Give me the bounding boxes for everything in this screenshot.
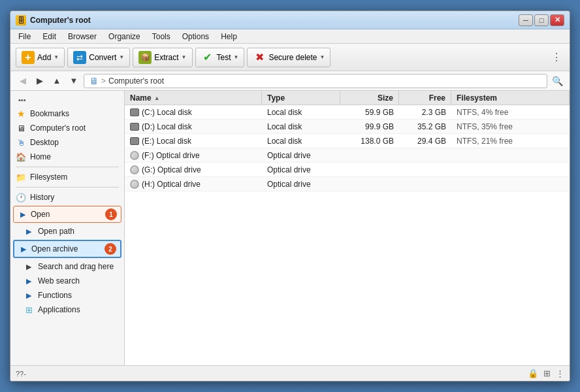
sidebar-item-open-path[interactable]: ▶ Open path <box>10 224 124 238</box>
home-icon: 🏠 <box>16 152 26 162</box>
folder-icon: 📁 <box>16 172 26 182</box>
hdd-icon <box>130 123 139 131</box>
sidebar-item-web-search[interactable]: ▶ Web search <box>10 274 124 288</box>
test-label: Test <box>217 53 231 62</box>
open-archive-badge: 2 <box>105 243 116 255</box>
menu-browser[interactable]: Browser <box>63 31 102 42</box>
address-search-button[interactable]: 🔍 <box>550 74 564 88</box>
table-row[interactable]: (F:) Optical drive Optical drive <box>125 148 570 163</box>
add-chevron: ▼ <box>54 54 59 60</box>
col-fs-header[interactable]: Filesystem <box>451 91 570 105</box>
sidebar-web-search-label: Web search <box>38 276 80 286</box>
menu-tools[interactable]: Tools <box>147 31 176 42</box>
open-path-arrow-icon: ▶ <box>24 226 34 237</box>
convert-button[interactable]: ⇄ Convert ▼ <box>67 48 130 67</box>
file-list: (C:) Local disk Local disk 59.9 GB 2.3 G… <box>125 105 570 365</box>
cd-icon <box>130 151 139 160</box>
cell-name: (D:) Local disk <box>125 122 262 131</box>
delete-label: Secure delete <box>268 53 317 62</box>
sidebar-item-functions[interactable]: ▶ Functions <box>10 288 124 302</box>
menu-options[interactable]: Options <box>177 31 214 42</box>
main-window: 🗄 Computer's root ─ □ ✕ File Edit Browse… <box>10 10 570 382</box>
applications-icon: ⊞ <box>24 304 34 315</box>
address-bar: ◀ ▶ ▲ ▼ 🖥 > Computer's root 🔍 <box>10 71 570 91</box>
table-row[interactable]: (E:) Local disk Local disk 138.0 GB 29.4… <box>125 134 570 148</box>
functions-icon: ▶ <box>24 290 34 301</box>
sidebar-item-open[interactable]: ▶ Open 1 <box>13 206 121 223</box>
nav-history-button[interactable]: ▼ <box>67 74 81 88</box>
nav-up-button[interactable]: ▲ <box>50 74 64 88</box>
menu-edit[interactable]: Edit <box>37 31 61 42</box>
sidebar-functions-label: Functions <box>38 291 72 300</box>
extract-label: Extract <box>154 53 178 62</box>
sidebar-item-applications[interactable]: ⊞ Applications <box>10 302 124 317</box>
toolbar-more[interactable]: ⋮ <box>549 48 564 66</box>
delete-button[interactable]: ✖ Secure delete ▼ <box>247 48 330 67</box>
add-icon: + <box>22 51 35 64</box>
extract-button[interactable]: 📦 Extract ▼ <box>133 48 192 67</box>
window-title: Computer's root <box>30 16 91 25</box>
sidebar-computers-root-label: Computer's root <box>30 123 86 133</box>
table-row[interactable]: (C:) Local disk Local disk 59.9 GB 2.3 G… <box>125 105 570 120</box>
menu-organize[interactable]: Organize <box>103 31 146 42</box>
sidebar-applications-label: Applications <box>38 305 80 314</box>
grid-icon: ⊞ <box>543 368 551 378</box>
maximize-button[interactable]: □ <box>534 14 549 26</box>
cd-icon <box>130 180 139 189</box>
cell-type: Local disk <box>262 137 340 146</box>
test-button[interactable]: ✔ Test ▼ <box>195 48 245 67</box>
cell-name: (E:) Local disk <box>125 137 262 146</box>
nav-forward-button[interactable]: ▶ <box>33 74 47 88</box>
file-area: Name ▲ Type Size Free Filesystem <box>125 91 570 365</box>
extract-icon: 📦 <box>138 51 152 64</box>
nav-back-button[interactable]: ◀ <box>16 74 30 88</box>
col-name-header[interactable]: Name ▲ <box>125 91 262 105</box>
cell-fs: NTFS, 21% free <box>451 137 570 146</box>
address-path[interactable]: 🖥 > Computer's root <box>84 74 547 88</box>
menu-file[interactable]: File <box>13 31 36 42</box>
sidebar: ••• ★ Bookmarks 🖥 Computer's root 🖱 Desk… <box>10 91 125 365</box>
menu-help[interactable]: Help <box>216 31 242 42</box>
desktop-icon: 🖱 <box>16 137 26 148</box>
cell-name: (C:) Local disk <box>125 108 262 117</box>
minimize-button[interactable]: ─ <box>519 14 533 26</box>
cell-free: 2.3 GB <box>399 108 451 117</box>
cell-type: Optical drive <box>262 165 340 174</box>
convert-chevron: ▼ <box>119 54 124 60</box>
table-row[interactable]: (G:) Optical drive Optical drive <box>125 163 570 177</box>
status-text: ??- <box>16 370 26 378</box>
table-row[interactable]: (H:) Optical drive Optical drive <box>125 177 570 191</box>
add-label: Add <box>37 53 51 62</box>
cell-fs: NTFS, 35% free <box>451 122 570 131</box>
star-icon: ★ <box>16 108 26 119</box>
cell-type: Optical drive <box>262 180 340 189</box>
add-button[interactable]: + Add ▼ <box>16 48 65 67</box>
close-button[interactable]: ✕ <box>550 14 564 26</box>
title-bar-buttons: ─ □ ✕ <box>519 14 564 26</box>
open-badge: 1 <box>105 208 117 220</box>
main-content: ••• ★ Bookmarks 🖥 Computer's root 🖱 Desk… <box>10 91 570 365</box>
sidebar-item-bookmarks[interactable]: ★ Bookmarks <box>10 106 124 121</box>
cell-name: (G:) Optical drive <box>125 165 262 174</box>
col-free-header[interactable]: Free <box>399 91 451 105</box>
sidebar-item-filesystem[interactable]: 📁 Filesystem <box>10 170 124 184</box>
sidebar-item-search-drag[interactable]: ▶ Search and drag here <box>10 259 124 274</box>
hdd-icon <box>130 137 139 145</box>
convert-icon: ⇄ <box>73 51 86 64</box>
sidebar-item-open-archive[interactable]: ▶ Open archive 2 <box>13 240 121 258</box>
sidebar-divider-1 <box>16 167 119 167</box>
sidebar-bookmarks-label: Bookmarks <box>30 109 69 118</box>
table-row[interactable]: (D:) Local disk Local disk 99.9 GB 35.2 … <box>125 120 570 134</box>
sidebar-item-computers-root[interactable]: 🖥 Computer's root <box>10 121 124 135</box>
col-size-header[interactable]: Size <box>340 91 399 105</box>
sidebar-more[interactable]: ••• <box>10 93 124 106</box>
sidebar-open-archive-label: Open archive <box>31 244 78 253</box>
sidebar-item-home[interactable]: 🏠 Home <box>10 150 124 164</box>
menu-dots-icon[interactable]: ⋮ <box>556 368 564 378</box>
sidebar-item-history[interactable]: 🕐 History <box>10 190 124 204</box>
search-drag-icon: ▶ <box>24 261 34 272</box>
col-type-header[interactable]: Type <box>262 91 340 105</box>
cell-size: 99.9 GB <box>340 122 399 131</box>
status-bar: ??- 🔒 ⊞ ⋮ <box>10 365 570 381</box>
sidebar-item-desktop[interactable]: 🖱 Desktop <box>10 135 124 150</box>
